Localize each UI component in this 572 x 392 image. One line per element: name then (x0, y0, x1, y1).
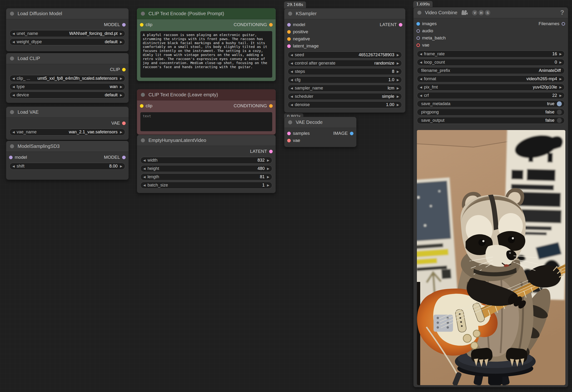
decrement-arrow-icon[interactable]: ◀ (290, 62, 293, 65)
widget-frame-rate[interactable]: ◀ frame_rate 16 ▶ (417, 51, 565, 58)
collapse-dot-icon[interactable] (10, 57, 14, 60)
widget-loop-count[interactable]: ◀ loop_count 0 ▶ (417, 59, 565, 66)
collapse-dot-icon[interactable] (288, 12, 292, 16)
widget-pingpong[interactable]: pingpong false (417, 109, 565, 116)
latent-output-dot[interactable] (399, 23, 402, 27)
meta-batch-input-dot[interactable] (416, 36, 420, 40)
increment-arrow-icon[interactable]: ▶ (120, 85, 122, 88)
widget-length[interactable]: ◀ length 81 ▶ (140, 173, 272, 180)
increment-arrow-icon[interactable]: ▶ (120, 77, 122, 80)
widget-crf[interactable]: ◀ crf 22 ▶ (417, 92, 565, 99)
widget-clip-name[interactable]: ◀ clip_ ... umt5_xxl_fp8_e4m3fn_scaled.s… (10, 75, 125, 82)
decrement-arrow-icon[interactable]: ◀ (12, 165, 15, 168)
widget-denoise[interactable]: ◀ denoise 1.00 ▶ (288, 101, 402, 108)
widget-weight-dtype[interactable]: ◀ weight_dtype default ▶ (10, 38, 125, 45)
decrement-arrow-icon[interactable]: ◀ (12, 93, 15, 97)
decrement-arrow-icon[interactable]: ◀ (420, 61, 422, 64)
increment-arrow-icon[interactable]: ▶ (397, 62, 399, 65)
widget-control-after-generate[interactable]: ◀ control after generate randomize ▶ (288, 60, 402, 67)
node-header[interactable]: Load CLIP (6, 53, 128, 64)
node-load-vae[interactable]: Load VAE VAE ◀ vae_name wan_2.1_vae.safe… (6, 106, 129, 140)
widget-scheduler[interactable]: ◀ scheduler simple ▶ (288, 93, 402, 100)
decrement-arrow-icon[interactable]: ◀ (12, 40, 15, 44)
increment-arrow-icon[interactable]: ▶ (267, 167, 269, 170)
model-output-dot[interactable] (122, 23, 126, 27)
decrement-arrow-icon[interactable]: ◀ (420, 86, 422, 89)
widget-steps[interactable]: ◀ steps 8 ▶ (288, 68, 402, 75)
increment-arrow-icon[interactable]: ▶ (559, 86, 562, 89)
decrement-arrow-icon[interactable]: ◀ (290, 87, 293, 90)
help-icon[interactable]: ? (560, 9, 564, 16)
widget-filename-prefix[interactable]: filename_prefix AnimateDiff (417, 67, 565, 74)
decrement-arrow-icon[interactable]: ◀ (143, 184, 146, 187)
increment-arrow-icon[interactable]: ▶ (397, 87, 399, 90)
increment-arrow-icon[interactable]: ▶ (397, 95, 399, 98)
model-output-dot[interactable] (122, 156, 126, 159)
collapse-dot-icon[interactable] (288, 120, 292, 124)
widget-seed[interactable]: ◀ seed 465126724758903 ▶ (288, 51, 402, 58)
widget-device[interactable]: ◀ device default ▶ (10, 91, 125, 98)
widget-width[interactable]: ◀ width 832 ▶ (140, 157, 272, 164)
node-vae-decode[interactable]: VAE Decode samples IMAGE vae (284, 117, 357, 147)
collapse-dot-icon[interactable] (10, 110, 14, 114)
increment-arrow-icon[interactable]: ▶ (120, 131, 122, 134)
node-header[interactable]: CLIP Text Encode (Leave empty) (137, 90, 276, 100)
increment-arrow-icon[interactable]: ▶ (267, 184, 269, 187)
node-ksampler[interactable]: KSampler model LATENT positive negative … (284, 8, 405, 113)
widget-pix-fmt[interactable]: ◀ pix_fmt yuv420p10le ▶ (417, 84, 565, 91)
widget-shift[interactable]: ◀ shift 8.00 ▶ (10, 163, 125, 170)
widget-format[interactable]: ◀ format video/h265-mp4 ▶ (417, 75, 565, 82)
conditioning-output-dot[interactable] (269, 23, 273, 27)
clip-input-dot[interactable] (140, 104, 143, 108)
node-header[interactable]: CLIP Text Encode (Positive Prompt) (137, 8, 276, 19)
increment-arrow-icon[interactable]: ▶ (397, 70, 399, 73)
widget-sampler-name[interactable]: ◀ sampler_name lcm ▶ (288, 85, 402, 91)
model-input-dot[interactable] (9, 156, 13, 159)
increment-arrow-icon[interactable]: ▶ (397, 78, 399, 81)
node-header[interactable]: KSampler (284, 8, 405, 19)
increment-arrow-icon[interactable]: ▶ (397, 103, 399, 106)
widget-type[interactable]: ◀ type wan ▶ (10, 83, 125, 90)
decrement-arrow-icon[interactable]: ◀ (12, 131, 15, 134)
toggle-on-icon[interactable] (557, 101, 562, 106)
increment-arrow-icon[interactable]: ▶ (267, 175, 269, 179)
negative-input-dot[interactable] (287, 37, 291, 41)
toggle-off-icon[interactable] (557, 118, 562, 123)
node-graph-canvas[interactable]: 29.168s 0.802s 1.699s Load Diffusion Mod… (0, 0, 572, 392)
node-load-clip[interactable]: Load CLIP CLIP ◀ clip_ ... umt5_xxl_fp8_… (6, 53, 129, 103)
conditioning-output-dot[interactable] (269, 104, 273, 108)
widget-height[interactable]: ◀ height 480 ▶ (140, 165, 272, 172)
increment-arrow-icon[interactable]: ▶ (559, 52, 562, 56)
clip-input-dot[interactable] (140, 23, 143, 27)
filenames-output-dot[interactable] (562, 22, 565, 26)
decrement-arrow-icon[interactable]: ◀ (420, 94, 422, 97)
widget-batch-size[interactable]: ◀ batch_size 1 ▶ (140, 182, 272, 189)
widget-vae-name[interactable]: ◀ vae_name wan_2.1_vae.safetensors ▶ (10, 129, 125, 136)
increment-arrow-icon[interactable]: ▶ (120, 93, 122, 97)
toggle-off-icon[interactable] (557, 110, 562, 115)
node-model-sampling-sd3[interactable]: ModelSamplingSD3 model MODEL ◀ shift 8.0… (6, 141, 129, 180)
decrement-arrow-icon[interactable]: ◀ (290, 103, 293, 106)
collapse-dot-icon[interactable] (10, 144, 14, 148)
widget-save-output[interactable]: save_output false (417, 117, 565, 124)
node-clip-text-encode-positive[interactable]: CLIP Text Encode (Positive Prompt) clip … (137, 8, 276, 81)
increment-arrow-icon[interactable]: ▶ (120, 32, 122, 35)
vae-output-dot[interactable] (122, 121, 126, 125)
prompt-text-input[interactable]: A playful raccoon is seen playing an ele… (140, 31, 272, 78)
node-header[interactable]: Video Combine V H S ? (413, 7, 568, 18)
latent-output-dot[interactable] (269, 150, 273, 153)
positive-input-dot[interactable] (287, 30, 291, 34)
images-input-dot[interactable] (416, 22, 420, 26)
increment-arrow-icon[interactable]: ▶ (120, 165, 122, 168)
collapse-dot-icon[interactable] (141, 93, 145, 97)
vae-input-dot[interactable] (287, 139, 291, 142)
clip-output-dot[interactable] (122, 68, 126, 71)
vae-input-dot[interactable] (416, 44, 420, 47)
samples-input-dot[interactable] (287, 132, 291, 135)
node-header[interactable]: ModelSamplingSD3 (6, 141, 128, 152)
collapse-dot-icon[interactable] (141, 12, 145, 16)
increment-arrow-icon[interactable]: ▶ (397, 53, 399, 57)
collapse-dot-icon[interactable] (417, 11, 421, 15)
node-load-diffusion-model[interactable]: Load Diffusion Model MODEL ◀ unet_name W… (6, 8, 129, 51)
node-header[interactable]: Load VAE (6, 107, 128, 118)
